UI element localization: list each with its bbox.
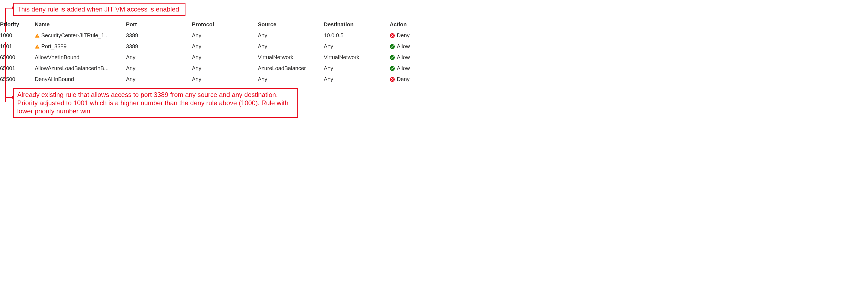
cell-source: AzureLoadBalancer <box>258 63 324 74</box>
cell-port: Any <box>126 74 192 85</box>
col-name-header[interactable]: Name <box>35 19 126 30</box>
deny-icon <box>390 33 395 38</box>
svg-rect-0 <box>37 34 37 36</box>
action-text: Deny <box>397 76 410 82</box>
svg-point-5 <box>390 44 395 49</box>
cell-destination: Any <box>324 74 390 85</box>
warning-icon <box>35 44 40 49</box>
col-action-header[interactable]: Action <box>390 19 434 30</box>
cell-priority: 1000 <box>0 30 35 41</box>
table-row[interactable]: 1001 Port_33893389AnyAnyAny Allow <box>0 41 434 52</box>
svg-rect-4 <box>37 47 37 48</box>
cell-protocol: Any <box>192 52 258 63</box>
cell-destination: Any <box>324 63 390 74</box>
callout-arrow-icon <box>12 6 15 9</box>
svg-point-6 <box>390 55 395 60</box>
cell-name[interactable]: DenyAllInBound <box>35 74 126 85</box>
cell-protocol: Any <box>192 74 258 85</box>
rule-name-text: AllowAzureLoadBalancerInB... <box>35 65 108 72</box>
rule-name-text: DenyAllInBound <box>35 76 74 82</box>
action-text: Allow <box>397 65 410 72</box>
cell-source: Any <box>258 41 324 52</box>
table-row[interactable]: 65001AllowAzureLoadBalancerInB...AnyAnyA… <box>0 63 434 74</box>
annotation-bottom-text: Already existing rule that allows access… <box>17 91 288 115</box>
allow-icon <box>390 55 395 60</box>
cell-destination: VirtualNetwork <box>324 52 390 63</box>
rule-name-text: AllowVnetInBound <box>35 54 79 60</box>
cell-destination: 10.0.0.5 <box>324 30 390 41</box>
rule-name-text: Port_3389 <box>41 43 66 50</box>
annotation-top-text: This deny rule is added when JIT VM acce… <box>17 5 179 13</box>
cell-action: Allow <box>390 52 434 63</box>
cell-name[interactable]: AllowVnetInBound <box>35 52 126 63</box>
cell-action: Allow <box>390 41 434 52</box>
rule-name-text: SecurityCenter-JITRule_1... <box>41 32 109 38</box>
cell-port: Any <box>126 52 192 63</box>
cell-source: VirtualNetwork <box>258 52 324 63</box>
action-text: Allow <box>397 43 410 50</box>
cell-protocol: Any <box>192 30 258 41</box>
cell-action: Deny <box>390 74 434 85</box>
cell-name[interactable]: AllowAzureLoadBalancerInB... <box>35 63 126 74</box>
table-header-row: Priority Name Port Protocol Source Desti… <box>0 19 434 30</box>
cell-protocol: Any <box>192 41 258 52</box>
allow-icon <box>390 66 395 71</box>
cell-port: 3389 <box>126 41 192 52</box>
cell-source: Any <box>258 30 324 41</box>
annotation-bottom: Already existing rule that allows access… <box>13 88 298 118</box>
svg-rect-1 <box>37 36 37 37</box>
cell-port: Any <box>126 63 192 74</box>
callout-line <box>5 86 6 97</box>
cell-port: 3389 <box>126 30 192 41</box>
col-priority-header[interactable]: Priority <box>0 19 35 30</box>
cell-name[interactable]: SecurityCenter-JITRule_1... <box>35 30 126 41</box>
warning-icon <box>35 33 40 38</box>
col-source-header[interactable]: Source <box>258 19 324 30</box>
nsg-rules-table: Priority Name Port Protocol Source Desti… <box>0 19 434 85</box>
cell-protocol: Any <box>192 63 258 74</box>
annotation-top: This deny rule is added when JIT VM acce… <box>13 3 185 16</box>
table-row[interactable]: 65500DenyAllInBoundAnyAnyAnyAny Deny <box>0 74 434 85</box>
svg-point-7 <box>390 66 395 71</box>
cell-source: Any <box>258 74 324 85</box>
cell-name[interactable]: Port_3389 <box>35 41 126 52</box>
allow-icon <box>390 44 395 49</box>
action-text: Allow <box>397 54 410 60</box>
cell-action: Deny <box>390 30 434 41</box>
cell-action: Allow <box>390 63 434 74</box>
cell-destination: Any <box>324 41 390 52</box>
col-port-header[interactable]: Port <box>126 19 192 30</box>
table-row[interactable]: 65000AllowVnetInBoundAnyAnyVirtualNetwor… <box>0 52 434 63</box>
col-protocol-header[interactable]: Protocol <box>192 19 258 30</box>
deny-icon <box>390 77 395 82</box>
action-text: Deny <box>397 32 410 38</box>
table-row[interactable]: 1000 SecurityCenter-JITRule_1...3389AnyA… <box>0 30 434 41</box>
svg-rect-3 <box>37 46 37 47</box>
col-destination-header[interactable]: Destination <box>324 19 390 30</box>
